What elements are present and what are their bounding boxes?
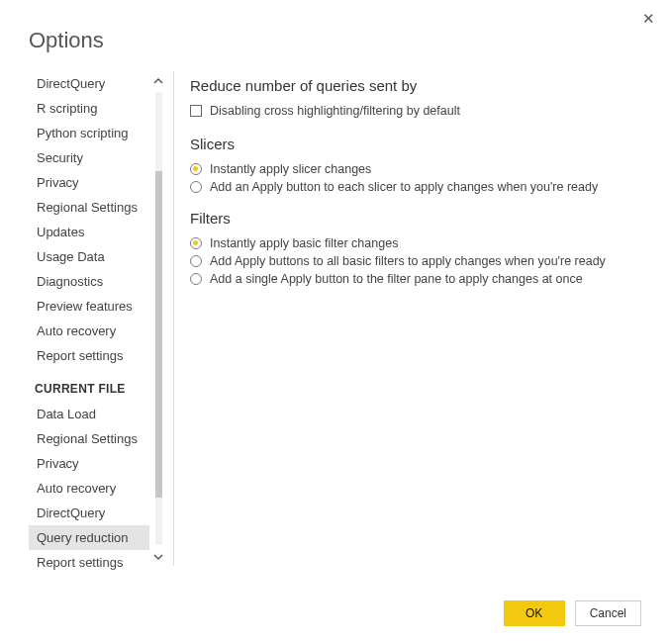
sidebar-item-privacy-file[interactable]: Privacy bbox=[29, 451, 149, 476]
sidebar-item-privacy[interactable]: Privacy bbox=[29, 170, 149, 195]
radio-filter-apply-each[interactable] bbox=[190, 255, 202, 267]
close-icon[interactable]: ✕ bbox=[642, 10, 655, 28]
checkbox-disable-cross[interactable] bbox=[190, 105, 202, 117]
group-slicers: Slicers bbox=[190, 136, 649, 152]
sidebar-item-auto-recovery[interactable]: Auto recovery bbox=[29, 319, 149, 343]
scroll-thumb[interactable] bbox=[155, 171, 162, 498]
ok-button[interactable]: OK bbox=[504, 600, 565, 626]
sidebar-item-regional-settings[interactable]: Regional Settings bbox=[29, 195, 149, 220]
sidebar-item-diagnostics[interactable]: Diagnostics bbox=[29, 269, 149, 294]
sidebar-item-auto-recovery-file[interactable]: Auto recovery bbox=[29, 476, 149, 501]
scroll-track[interactable] bbox=[155, 92, 162, 545]
sidebar: DirectQuery R scripting Python scripting… bbox=[29, 71, 149, 566]
sidebar-item-updates[interactable]: Updates bbox=[29, 220, 149, 244]
section-header-current-file: CURRENT FILE bbox=[29, 368, 149, 402]
sidebar-item-report-settings[interactable]: Report settings bbox=[29, 343, 149, 368]
sidebar-item-data-load[interactable]: Data Load bbox=[29, 402, 149, 426]
radio-filter-apply-single[interactable] bbox=[190, 273, 202, 285]
sidebar-item-directquery[interactable]: DirectQuery bbox=[29, 71, 149, 96]
divider bbox=[173, 71, 174, 566]
content-panel: Reduce number of queries sent by Disabli… bbox=[188, 71, 669, 566]
page-title: Options bbox=[0, 0, 669, 61]
sidebar-item-regional-settings-file[interactable]: Regional Settings bbox=[29, 426, 149, 451]
sidebar-item-report-settings-file[interactable]: Report settings bbox=[29, 550, 149, 575]
radio-slicer-instant[interactable] bbox=[190, 163, 202, 175]
sidebar-item-directquery-file[interactable]: DirectQuery bbox=[29, 501, 149, 525]
options-dialog: ✕ Options DirectQuery R scripting Python… bbox=[0, 0, 669, 644]
group-filters: Filters bbox=[190, 210, 649, 227]
label-filter-apply-single: Add a single Apply button to the filter … bbox=[210, 272, 583, 286]
radio-filter-instant[interactable] bbox=[190, 237, 202, 249]
footer: OK Cancel bbox=[504, 600, 641, 626]
sidebar-item-query-reduction[interactable]: Query reduction bbox=[29, 525, 149, 550]
label-slicer-apply: Add an Apply button to each slicer to ap… bbox=[210, 180, 598, 194]
label-filter-apply-each: Add Apply buttons to all basic filters t… bbox=[210, 254, 606, 268]
sidebar-item-security[interactable]: Security bbox=[29, 145, 149, 170]
cancel-button[interactable]: Cancel bbox=[575, 600, 641, 626]
radio-slicer-apply[interactable] bbox=[190, 181, 202, 193]
sidebar-item-python-scripting[interactable]: Python scripting bbox=[29, 121, 149, 145]
label-disable-cross: Disabling cross highlighting/filtering b… bbox=[210, 104, 460, 118]
label-filter-instant: Instantly apply basic filter changes bbox=[210, 236, 398, 250]
group-reduce-queries: Reduce number of queries sent by bbox=[190, 77, 649, 94]
sidebar-item-preview-features[interactable]: Preview features bbox=[29, 294, 149, 319]
sidebar-item-r-scripting[interactable]: R scripting bbox=[29, 96, 149, 121]
label-slicer-instant: Instantly apply slicer changes bbox=[210, 162, 371, 176]
sidebar-item-usage-data[interactable]: Usage Data bbox=[29, 244, 149, 269]
chevron-down-icon[interactable] bbox=[152, 547, 164, 566]
chevron-up-icon[interactable] bbox=[152, 71, 164, 90]
scrollbar[interactable] bbox=[149, 71, 167, 566]
